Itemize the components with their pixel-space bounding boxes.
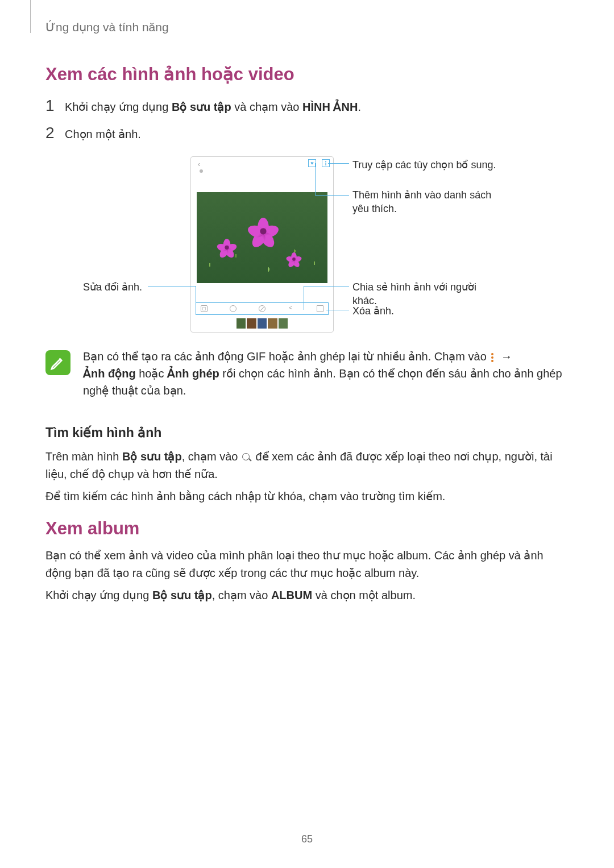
- more-icon: [491, 353, 493, 362]
- step-number: 2: [45, 124, 57, 142]
- trash-icon[interactable]: [317, 305, 323, 312]
- screenshot-diagram: ‹: [45, 156, 569, 337]
- callout-line: [315, 195, 349, 196]
- callout-line: [315, 163, 316, 195]
- paragraph: Trên màn hình Bộ sưu tập, chạm vào để xe…: [45, 448, 569, 483]
- step-text: Khởi chạy ứng dụng Bộ sưu tập và chạm và…: [65, 100, 361, 114]
- callout-edit: Sửa đổi ảnh.: [68, 280, 142, 294]
- app-name: Bộ sưu tập: [172, 101, 231, 113]
- tab-name: ALBUM: [271, 589, 312, 601]
- page: Ứng dụng và tính năng Xem các hình ảnh h…: [0, 0, 614, 868]
- paragraph: Để tìm kiếm các hình ảnh bằng cách nhập …: [45, 488, 569, 505]
- option-collage: Ảnh ghép: [167, 367, 219, 380]
- step-text: Chọn một ảnh.: [65, 127, 141, 141]
- flower: [285, 248, 302, 264]
- text: Khởi chạy ứng dụng: [45, 589, 152, 601]
- section-title-view-media: Xem các hình ảnh hoặc video: [45, 64, 294, 85]
- phone-frame: ‹: [190, 156, 334, 333]
- photo-toolbar: [196, 302, 329, 315]
- page-number: 65: [0, 833, 614, 845]
- step-number: 1: [45, 97, 57, 115]
- details-icon[interactable]: [230, 305, 237, 312]
- photo-preview: [197, 192, 327, 283]
- callout-line: [196, 286, 196, 310]
- tip-text: Bạn có thể tạo ra các ảnh động GIF hoặc …: [83, 348, 569, 399]
- app-name: Bộ sưu tập: [122, 450, 182, 463]
- flower: [247, 209, 280, 243]
- text: Bạn có thể tạo ra các ảnh động GIF hoặc …: [83, 350, 489, 363]
- camera-dot: [200, 169, 203, 173]
- callout-more: Truy cập các tùy chọn bổ sung.: [352, 158, 496, 172]
- flower: [216, 233, 238, 255]
- text: và chạm vào: [231, 101, 302, 113]
- header-rule: [30, 0, 31, 33]
- text: và chọn một album.: [312, 589, 416, 601]
- text: , chạm vào: [182, 450, 241, 463]
- callout-line: [304, 286, 349, 286]
- section-title-album: Xem album: [45, 518, 139, 539]
- rotate-icon[interactable]: [259, 305, 265, 312]
- callout-line: [328, 163, 349, 164]
- callout-favorite: Thêm hình ảnh vào danh sách yêu thích.: [352, 188, 500, 216]
- text: Trên màn hình: [45, 450, 122, 463]
- subsection-title-search: Tìm kiếm hình ảnh: [45, 425, 161, 441]
- note-icon: [45, 350, 70, 375]
- callout-delete: Xóa ảnh.: [352, 304, 394, 318]
- text: Khởi chạy ứng dụng: [65, 101, 172, 113]
- text: , chạm vào: [212, 589, 271, 601]
- callout-line: [304, 286, 304, 310]
- tab-name: HÌNH ẢNH: [302, 101, 358, 113]
- back-icon[interactable]: ‹: [198, 160, 200, 168]
- callout-line: [148, 286, 196, 286]
- paragraph: Bạn có thể xem ảnh và video của mình phâ…: [45, 547, 569, 582]
- search-icon: [241, 452, 252, 463]
- tip-box: Bạn có thể tạo ra các ảnh động GIF hoặc …: [45, 348, 569, 399]
- running-header: Ứng dụng và tính năng: [45, 20, 169, 34]
- text: hoặc: [136, 367, 167, 380]
- paragraph: Khởi chạy ứng dụng Bộ sưu tập, chạm vào …: [45, 587, 569, 604]
- callout-line: [326, 310, 349, 310]
- arrow-right-icon: →: [501, 348, 512, 365]
- step-2: 2 Chọn một ảnh.: [45, 124, 141, 142]
- text: .: [358, 101, 361, 113]
- pencil-icon: [49, 354, 67, 371]
- step-1: 1 Khởi chạy ứng dụng Bộ sưu tập và chạm …: [45, 97, 361, 115]
- option-animate: Ảnh động: [83, 367, 136, 380]
- share-icon[interactable]: [288, 305, 294, 312]
- app-name: Bộ sưu tập: [152, 589, 212, 601]
- edit-icon[interactable]: [201, 305, 208, 312]
- thumbnail-strip[interactable]: [237, 318, 288, 329]
